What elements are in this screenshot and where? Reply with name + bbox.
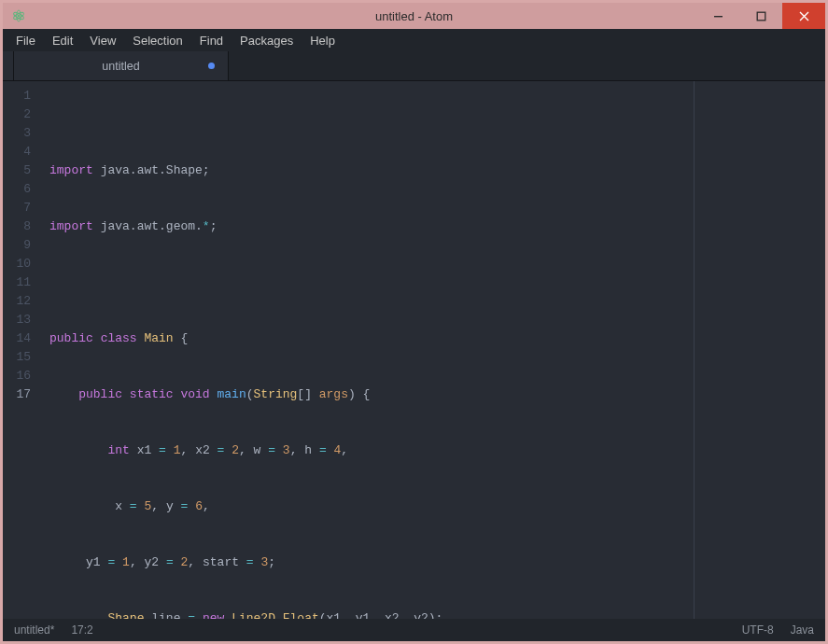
line-number[interactable]: 2 [3, 105, 31, 124]
status-encoding[interactable]: UTF-8 [742, 623, 774, 637]
tab-bar: untitled [3, 51, 825, 81]
line-number[interactable]: 6 [3, 180, 31, 199]
modified-dot-icon [208, 63, 215, 69]
line-number[interactable]: 11 [3, 273, 31, 292]
maximize-button[interactable] [739, 3, 782, 29]
line-number[interactable]: 4 [3, 143, 31, 161]
tab-spacer [3, 51, 14, 80]
menu-edit[interactable]: Edit [45, 32, 80, 49]
line-number[interactable]: 13 [3, 311, 31, 329]
atom-window: untitled - Atom File Edit View Selection… [0, 0, 828, 644]
svg-rect-4 [714, 16, 723, 17]
tab-untitled[interactable]: untitled [14, 51, 229, 80]
menu-selection[interactable]: Selection [125, 32, 189, 49]
line-number[interactable]: 9 [3, 236, 31, 255]
line-number[interactable]: 16 [3, 367, 31, 385]
svg-rect-5 [757, 12, 765, 21]
line-number[interactable]: 5 [3, 161, 31, 180]
line-number[interactable]: 7 [3, 199, 31, 217]
status-position[interactable]: 17:2 [71, 623, 92, 637]
line-number[interactable]: 1 [3, 87, 31, 105]
line-number[interactable]: 8 [3, 217, 31, 236]
line-number[interactable]: 17 [3, 385, 31, 404]
titlebar[interactable]: untitled - Atom [3, 3, 825, 29]
status-grammar[interactable]: Java [791, 623, 814, 637]
menu-find[interactable]: Find [192, 32, 231, 49]
statusbar: untitled* 17:2 UTF-8 Java [3, 619, 825, 641]
line-number[interactable]: 3 [3, 124, 31, 143]
line-number[interactable]: 14 [3, 329, 31, 348]
atom-app-icon [10, 7, 27, 24]
tab-label: untitled [102, 60, 139, 73]
close-button[interactable] [782, 3, 825, 29]
svg-point-3 [18, 15, 20, 17]
menu-help[interactable]: Help [302, 32, 343, 49]
menubar: File Edit View Selection Find Packages H… [3, 29, 825, 51]
editor[interactable]: 1234567891011121314151617 import java.aw… [3, 81, 825, 619]
code-area[interactable]: import java.awt.Shape; import java.awt.g… [40, 81, 825, 619]
menu-packages[interactable]: Packages [232, 32, 301, 49]
line-number[interactable]: 12 [3, 292, 31, 311]
menu-view[interactable]: View [82, 32, 123, 49]
minimize-button[interactable] [696, 3, 739, 29]
menu-file[interactable]: File [8, 32, 43, 49]
line-number[interactable]: 10 [3, 255, 31, 273]
line-number[interactable]: 15 [3, 348, 31, 367]
line-number-gutter[interactable]: 1234567891011121314151617 [3, 81, 40, 619]
wrap-guide [694, 81, 695, 619]
window-controls [696, 3, 825, 29]
status-file[interactable]: untitled* [14, 623, 54, 637]
